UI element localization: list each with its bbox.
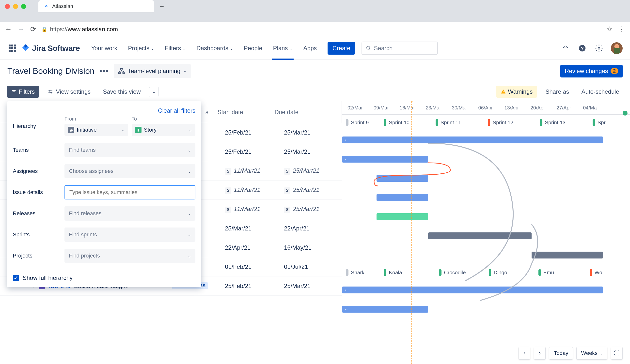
- releases-select[interactable]: Find releases⌄: [64, 206, 196, 221]
- sprint-pill[interactable]: Emu: [538, 269, 554, 276]
- arrow-left-icon: ←: [344, 137, 348, 143]
- nav-apps[interactable]: Apps: [299, 37, 322, 60]
- timeline-next-button[interactable]: ›: [534, 347, 546, 360]
- issue-details-label: Issue details: [13, 189, 60, 196]
- svg-text:?: ?: [581, 46, 584, 51]
- due-date-cell: 25/Mar/21: [280, 283, 340, 290]
- clear-all-filters-link[interactable]: Clear all filters: [13, 107, 196, 114]
- sprint-pill[interactable]: Sprint 9: [346, 119, 369, 126]
- due-date-column-header: Due date: [274, 109, 298, 116]
- fullscreen-button[interactable]: ⛶: [611, 347, 622, 360]
- assignees-select[interactable]: Choose assignees⌄: [64, 164, 196, 178]
- save-view-dropdown[interactable]: ⌄: [149, 87, 159, 97]
- show-full-hierarchy-checkbox[interactable]: ✓ Show full hierarchy: [13, 270, 196, 281]
- sprint-pill[interactable]: Sprint 11: [436, 119, 461, 126]
- sprint-pill[interactable]: Wo: [590, 269, 602, 276]
- notifications-icon[interactable]: [560, 43, 570, 53]
- projects-select[interactable]: Find projects⌄: [64, 249, 196, 263]
- hierarchy-to-select[interactable]: ▮ Story ⌄: [132, 124, 196, 136]
- app-switcher-icon[interactable]: [8, 43, 17, 53]
- to-label: To: [132, 116, 196, 122]
- chevron-down-icon: ⌄: [183, 69, 186, 73]
- gantt-bar[interactable]: ←: [342, 156, 428, 163]
- sprint-pill[interactable]: Koala: [384, 269, 402, 276]
- sprint-pill[interactable]: Spr: [592, 119, 606, 126]
- close-window[interactable]: [5, 4, 10, 9]
- sprints-label: Sprints: [13, 231, 60, 238]
- minimize-window[interactable]: [13, 4, 18, 9]
- auto-schedule-button[interactable]: Auto-schedule: [578, 86, 623, 98]
- browser-menu-icon[interactable]: ⋮: [618, 25, 626, 33]
- nav-projects[interactable]: Projects⌄: [124, 37, 158, 60]
- planning-mode-select[interactable]: Team-level planning ⌄: [114, 64, 191, 78]
- hierarchy-from-select[interactable]: ◉ Initiative ⌄: [64, 124, 128, 136]
- settings-icon[interactable]: [594, 43, 604, 53]
- warning-icon: [500, 89, 506, 94]
- product-name: Jira Software: [32, 44, 80, 53]
- chevron-down-icon: ⌄: [188, 169, 191, 174]
- scale-select[interactable]: Weeks ⌄: [576, 347, 607, 360]
- browser-tab[interactable]: Atlassian: [38, 0, 154, 12]
- bookmark-star-icon[interactable]: ☆: [606, 25, 613, 33]
- review-changes-button[interactable]: Review changes 2: [560, 65, 622, 77]
- sliders-icon: [48, 89, 54, 95]
- search-input[interactable]: Search: [362, 41, 438, 55]
- today-button[interactable]: Today: [549, 347, 573, 360]
- sprint-pill[interactable]: Sprint 12: [488, 119, 513, 126]
- sprint-pill[interactable]: Sprint 10: [384, 119, 410, 126]
- gantt-bar[interactable]: [428, 232, 532, 239]
- chevron-down-icon: ⌄: [151, 46, 154, 51]
- story-icon: ▮: [135, 127, 142, 133]
- new-tab-button[interactable]: +: [158, 3, 166, 10]
- gantt-bar[interactable]: ←: [342, 136, 603, 143]
- reload-button[interactable]: ⟳: [29, 25, 37, 33]
- address-bar[interactable]: 🔒 https://www.atlassian.com: [41, 26, 601, 33]
- user-avatar[interactable]: [611, 42, 622, 54]
- tab-title: Atlassian: [52, 3, 73, 9]
- timeline-prev-button[interactable]: ‹: [518, 347, 530, 360]
- filters-button[interactable]: Filters: [7, 86, 39, 98]
- gantt-bar[interactable]: [532, 252, 603, 259]
- chevron-down-icon: ⌄: [182, 46, 186, 51]
- gantt-bar[interactable]: ←: [342, 306, 428, 313]
- forward-button[interactable]: →: [17, 25, 24, 33]
- gantt-row: ←: [342, 300, 630, 319]
- nav-dashboards[interactable]: Dashboards⌄: [192, 37, 237, 60]
- start-date-cell: 22/Apr/21: [222, 244, 280, 251]
- nav-your-work[interactable]: Your work: [86, 37, 122, 60]
- teams-select[interactable]: Find teams⌄: [64, 143, 196, 157]
- gantt-bar[interactable]: ←: [342, 287, 603, 293]
- help-icon[interactable]: ?: [577, 43, 587, 53]
- gantt-bar[interactable]: [376, 194, 428, 201]
- view-settings-button[interactable]: View settings: [44, 86, 94, 98]
- sprints-select[interactable]: Find sprints⌄: [64, 228, 196, 242]
- assignees-label: Assignees: [13, 168, 60, 174]
- sprint-pill[interactable]: Crocodile: [439, 269, 466, 276]
- sprint-pill[interactable]: Dingo: [489, 269, 507, 276]
- timeline[interactable]: 02/Mar09/Mar16/Mar23/Mar30/Mar06/Apr13/A…: [342, 101, 630, 364]
- jira-logo[interactable]: Jira Software: [21, 44, 80, 53]
- plan-title: Travel Booking Division: [8, 66, 94, 76]
- global-nav: Jira Software Your work Projects⌄ Filter…: [0, 37, 630, 60]
- gantt-bar[interactable]: [376, 213, 428, 220]
- plan-more-icon[interactable]: •••: [100, 67, 109, 75]
- chevron-down-icon: ⌄: [122, 128, 125, 132]
- date-header: 02/Mar09/Mar16/Mar23/Mar30/Mar06/Apr13/A…: [342, 101, 630, 115]
- save-view-button[interactable]: Save this view: [99, 86, 144, 98]
- nav-plans[interactable]: Plans⌄: [269, 37, 297, 60]
- share-as-button[interactable]: Share as: [542, 86, 573, 98]
- warnings-button[interactable]: Warnings: [496, 86, 537, 98]
- nav-filters[interactable]: Filters⌄: [160, 37, 190, 60]
- nav-people[interactable]: People: [240, 37, 267, 60]
- teams-label: Teams: [13, 147, 60, 153]
- collapse-columns-icon[interactable]: →←: [327, 101, 342, 123]
- issue-details-input[interactable]: [64, 185, 196, 199]
- back-button[interactable]: ←: [4, 25, 12, 33]
- svg-rect-5: [120, 68, 122, 70]
- svg-point-0: [367, 46, 370, 49]
- gantt-bar[interactable]: [376, 175, 428, 182]
- create-button[interactable]: Create: [328, 42, 355, 55]
- maximize-window[interactable]: [21, 4, 26, 9]
- sprint-pill[interactable]: Sprint 13: [540, 119, 566, 126]
- sprint-pill[interactable]: Shark: [346, 269, 364, 276]
